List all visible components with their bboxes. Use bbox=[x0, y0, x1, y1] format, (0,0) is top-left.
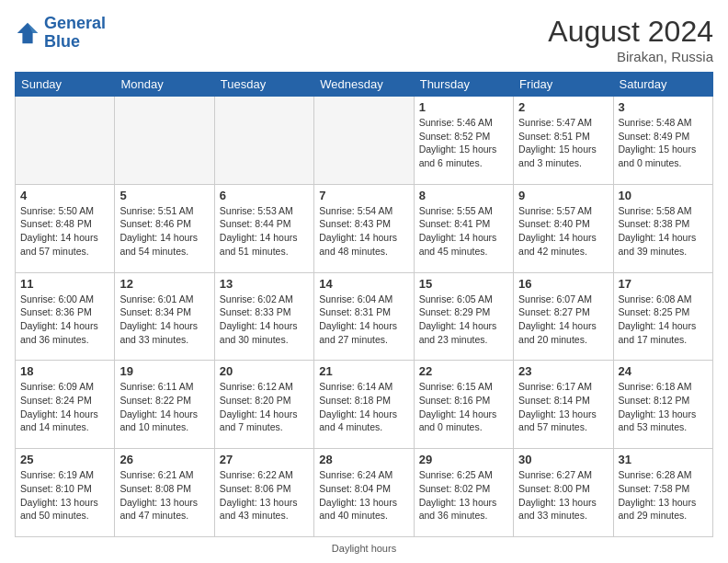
calendar-week-row: 18Sunrise: 6:09 AM Sunset: 8:24 PM Dayli… bbox=[16, 361, 713, 449]
day-number: 11 bbox=[20, 277, 109, 291]
location: Birakan, Russia bbox=[548, 49, 713, 64]
calendar-day-cell: 28Sunrise: 6:24 AM Sunset: 8:04 PM Dayli… bbox=[314, 449, 414, 537]
day-number: 17 bbox=[619, 277, 708, 291]
day-number: 13 bbox=[220, 277, 309, 291]
day-info: Sunrise: 6:07 AM Sunset: 8:27 PM Dayligh… bbox=[518, 293, 608, 347]
day-info: Sunrise: 6:02 AM Sunset: 8:33 PM Dayligh… bbox=[220, 293, 309, 347]
calendar-day-cell: 15Sunrise: 6:05 AM Sunset: 8:29 PM Dayli… bbox=[414, 272, 513, 361]
calendar-week-row: 4Sunrise: 5:50 AM Sunset: 8:48 PM Daylig… bbox=[16, 184, 713, 272]
day-number: 26 bbox=[119, 453, 209, 466]
day-number: 3 bbox=[619, 100, 708, 114]
calendar-day-cell: 16Sunrise: 6:07 AM Sunset: 8:27 PM Dayli… bbox=[514, 272, 613, 361]
day-number: 2 bbox=[518, 100, 608, 114]
month-year: August 2024 bbox=[548, 15, 713, 49]
calendar-header-cell: Wednesday bbox=[314, 73, 414, 97]
day-number: 21 bbox=[319, 364, 408, 378]
day-info: Sunrise: 6:22 AM Sunset: 8:06 PM Dayligh… bbox=[220, 468, 309, 523]
calendar-day-cell: 26Sunrise: 6:21 AM Sunset: 8:08 PM Dayli… bbox=[115, 449, 214, 537]
calendar-day-cell: 24Sunrise: 6:18 AM Sunset: 8:12 PM Dayli… bbox=[613, 361, 712, 449]
calendar-day-cell bbox=[16, 97, 115, 185]
day-number: 24 bbox=[619, 364, 708, 378]
calendar-day-cell: 10Sunrise: 5:58 AM Sunset: 8:38 PM Dayli… bbox=[613, 184, 712, 272]
day-info: Sunrise: 6:11 AM Sunset: 8:22 PM Dayligh… bbox=[119, 380, 209, 434]
day-info: Sunrise: 5:55 AM Sunset: 8:41 PM Dayligh… bbox=[419, 204, 508, 259]
day-info: Sunrise: 6:27 AM Sunset: 8:00 PM Dayligh… bbox=[518, 468, 608, 523]
day-number: 30 bbox=[518, 453, 608, 466]
day-info: Sunrise: 5:57 AM Sunset: 8:40 PM Dayligh… bbox=[518, 204, 608, 259]
day-number: 20 bbox=[220, 364, 309, 378]
day-number: 6 bbox=[220, 189, 309, 202]
logo-icon bbox=[15, 20, 40, 46]
day-info: Sunrise: 6:28 AM Sunset: 7:58 PM Dayligh… bbox=[619, 468, 708, 523]
day-info: Sunrise: 6:19 AM Sunset: 8:10 PM Dayligh… bbox=[20, 468, 109, 523]
calendar-day-cell: 7Sunrise: 5:54 AM Sunset: 8:43 PM Daylig… bbox=[314, 184, 414, 272]
day-info: Sunrise: 6:15 AM Sunset: 8:16 PM Dayligh… bbox=[419, 380, 508, 434]
day-info: Sunrise: 5:54 AM Sunset: 8:43 PM Dayligh… bbox=[319, 204, 408, 259]
calendar-day-cell: 23Sunrise: 6:17 AM Sunset: 8:14 PM Dayli… bbox=[514, 361, 613, 449]
calendar-day-cell: 11Sunrise: 6:00 AM Sunset: 8:36 PM Dayli… bbox=[16, 272, 115, 361]
day-info: Sunrise: 5:51 AM Sunset: 8:46 PM Dayligh… bbox=[119, 204, 209, 259]
day-number: 29 bbox=[419, 453, 508, 466]
calendar-day-cell: 22Sunrise: 6:15 AM Sunset: 8:16 PM Dayli… bbox=[414, 361, 513, 449]
footer: Daylight hours bbox=[15, 543, 713, 554]
footer-text: Daylight hours bbox=[332, 543, 396, 554]
calendar-header-cell: Tuesday bbox=[214, 73, 313, 97]
day-info: Sunrise: 6:09 AM Sunset: 8:24 PM Dayligh… bbox=[20, 380, 109, 434]
calendar-day-cell: 12Sunrise: 6:01 AM Sunset: 8:34 PM Dayli… bbox=[115, 272, 214, 361]
calendar-day-cell bbox=[314, 97, 414, 185]
day-info: Sunrise: 5:53 AM Sunset: 8:44 PM Dayligh… bbox=[220, 204, 309, 259]
day-info: Sunrise: 6:12 AM Sunset: 8:20 PM Dayligh… bbox=[220, 380, 309, 434]
day-info: Sunrise: 6:05 AM Sunset: 8:29 PM Dayligh… bbox=[419, 293, 508, 347]
logo: General Blue bbox=[15, 15, 106, 52]
calendar-header-row: SundayMondayTuesdayWednesdayThursdayFrid… bbox=[16, 73, 713, 97]
day-number: 14 bbox=[319, 277, 408, 291]
calendar-day-cell: 30Sunrise: 6:27 AM Sunset: 8:00 PM Dayli… bbox=[514, 449, 613, 537]
day-info: Sunrise: 6:18 AM Sunset: 8:12 PM Dayligh… bbox=[619, 380, 708, 434]
day-number: 22 bbox=[419, 364, 508, 378]
day-info: Sunrise: 6:14 AM Sunset: 8:18 PM Dayligh… bbox=[319, 380, 408, 434]
day-number: 31 bbox=[619, 453, 708, 466]
calendar-week-row: 11Sunrise: 6:00 AM Sunset: 8:36 PM Dayli… bbox=[16, 272, 713, 361]
day-info: Sunrise: 5:50 AM Sunset: 8:48 PM Dayligh… bbox=[20, 204, 109, 259]
title-block: August 2024 Birakan, Russia bbox=[548, 15, 713, 64]
calendar-day-cell: 17Sunrise: 6:08 AM Sunset: 8:25 PM Dayli… bbox=[613, 272, 712, 361]
calendar-day-cell: 31Sunrise: 6:28 AM Sunset: 7:58 PM Dayli… bbox=[613, 449, 712, 537]
day-number: 19 bbox=[119, 364, 209, 378]
calendar-header-cell: Friday bbox=[514, 73, 613, 97]
day-number: 23 bbox=[518, 364, 608, 378]
calendar-day-cell: 2Sunrise: 5:47 AM Sunset: 8:51 PM Daylig… bbox=[514, 97, 613, 185]
day-number: 15 bbox=[419, 277, 508, 291]
day-number: 16 bbox=[518, 277, 608, 291]
calendar-day-cell: 27Sunrise: 6:22 AM Sunset: 8:06 PM Dayli… bbox=[214, 449, 313, 537]
day-info: Sunrise: 6:08 AM Sunset: 8:25 PM Dayligh… bbox=[619, 293, 708, 347]
day-number: 18 bbox=[20, 364, 109, 378]
calendar-day-cell: 19Sunrise: 6:11 AM Sunset: 8:22 PM Dayli… bbox=[115, 361, 214, 449]
day-number: 25 bbox=[20, 453, 109, 466]
day-info: Sunrise: 6:00 AM Sunset: 8:36 PM Dayligh… bbox=[20, 293, 109, 347]
day-info: Sunrise: 6:21 AM Sunset: 8:08 PM Dayligh… bbox=[119, 468, 209, 523]
calendar-header-cell: Monday bbox=[115, 73, 214, 97]
logo-text: General Blue bbox=[44, 15, 106, 52]
calendar-day-cell: 5Sunrise: 5:51 AM Sunset: 8:46 PM Daylig… bbox=[115, 184, 214, 272]
day-number: 10 bbox=[619, 189, 708, 202]
day-number: 28 bbox=[319, 453, 408, 466]
calendar-day-cell: 1Sunrise: 5:46 AM Sunset: 8:52 PM Daylig… bbox=[414, 97, 513, 185]
calendar-header-cell: Thursday bbox=[414, 73, 513, 97]
calendar-day-cell: 21Sunrise: 6:14 AM Sunset: 8:18 PM Dayli… bbox=[314, 361, 414, 449]
calendar-day-cell: 9Sunrise: 5:57 AM Sunset: 8:40 PM Daylig… bbox=[514, 184, 613, 272]
calendar-day-cell: 6Sunrise: 5:53 AM Sunset: 8:44 PM Daylig… bbox=[214, 184, 313, 272]
calendar-day-cell: 18Sunrise: 6:09 AM Sunset: 8:24 PM Dayli… bbox=[16, 361, 115, 449]
day-number: 5 bbox=[119, 189, 209, 202]
calendar-table: SundayMondayTuesdayWednesdayThursdayFrid… bbox=[15, 72, 713, 537]
day-info: Sunrise: 6:04 AM Sunset: 8:31 PM Dayligh… bbox=[319, 293, 408, 347]
day-number: 27 bbox=[220, 453, 309, 466]
calendar-day-cell: 29Sunrise: 6:25 AM Sunset: 8:02 PM Dayli… bbox=[414, 449, 513, 537]
header: General Blue August 2024 Birakan, Russia bbox=[15, 15, 713, 64]
day-number: 9 bbox=[518, 189, 608, 202]
calendar-day-cell: 20Sunrise: 6:12 AM Sunset: 8:20 PM Dayli… bbox=[214, 361, 313, 449]
calendar-header-cell: Sunday bbox=[16, 73, 115, 97]
calendar-day-cell: 3Sunrise: 5:48 AM Sunset: 8:49 PM Daylig… bbox=[613, 97, 712, 185]
calendar-week-row: 25Sunrise: 6:19 AM Sunset: 8:10 PM Dayli… bbox=[16, 449, 713, 537]
day-number: 8 bbox=[419, 189, 508, 202]
calendar-day-cell: 8Sunrise: 5:55 AM Sunset: 8:41 PM Daylig… bbox=[414, 184, 513, 272]
